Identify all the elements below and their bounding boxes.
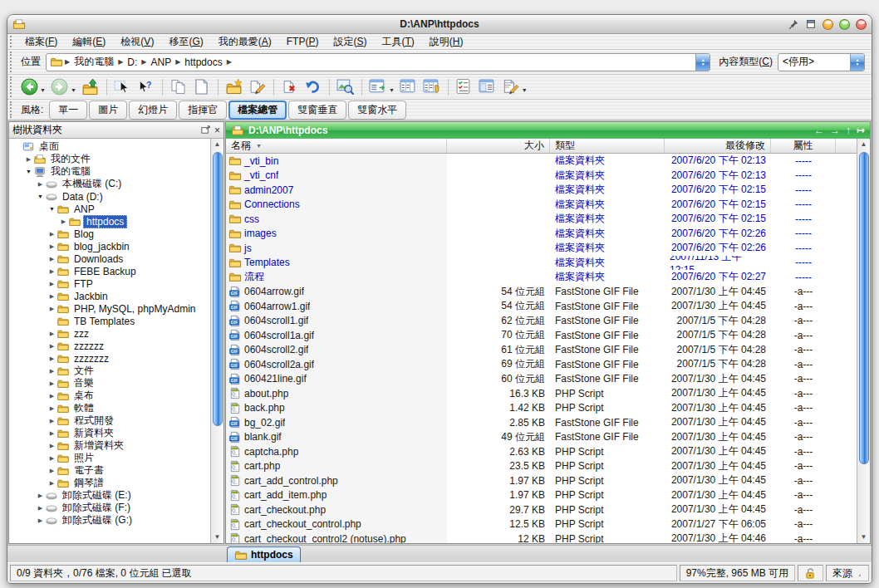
tree-item[interactable]: ▶Jackbin	[9, 290, 210, 302]
resize-grip-icon[interactable]	[852, 568, 862, 578]
maximize-button[interactable]	[839, 19, 850, 30]
tree-item[interactable]: ▶zzz	[9, 327, 210, 340]
tree-item[interactable]: ▶FTP	[9, 277, 210, 290]
file-row[interactable]: cart_checkout_control2 (notuse).php12 KB…	[226, 532, 857, 543]
tree-item[interactable]: ▶文件	[9, 365, 210, 377]
file-pane-header[interactable]: D:\ANP\httpdocs ← → ↑ ↦	[226, 122, 870, 139]
tree-expand-icon[interactable]: ▶	[47, 231, 56, 238]
file-scroll-up-icon[interactable]: ▲	[858, 139, 870, 150]
tree-expand-icon[interactable]: ▶	[36, 492, 45, 499]
edit-filter-button-dropdown-icon[interactable]: ▼	[522, 87, 528, 93]
file-row[interactable]: captcha.php2.63 KBPHP Script2007/1/30 上午…	[226, 444, 857, 459]
tree-item[interactable]: ▶卸除式磁碟 (E:)	[9, 489, 210, 502]
tree-expand-icon[interactable]: ▶	[47, 268, 56, 275]
menu-ftpp[interactable]: FTP(P)	[279, 36, 327, 47]
tree-item[interactable]: ▼ANP	[9, 203, 210, 215]
tree-expand-icon[interactable]: ▼	[36, 194, 45, 199]
pane-forward-icon[interactable]: →	[830, 125, 840, 136]
column-name[interactable]: 名稱▼	[226, 139, 447, 153]
tree-item[interactable]: ▶zzzzzz	[9, 340, 210, 352]
tree-item[interactable]: ▶電子書	[9, 464, 210, 477]
tree-expand-icon[interactable]: ▶	[47, 243, 56, 250]
tree-item[interactable]: ▶卸除式磁碟 (F:)	[9, 502, 210, 514]
menu-f[interactable]: 檔案(F)	[17, 35, 65, 49]
file-row[interactable]: 0604scroll1.gif62 位元組FastStone GIF File2…	[226, 314, 857, 329]
menu-grip[interactable]	[10, 36, 16, 47]
details2-view-button[interactable]	[421, 76, 443, 98]
tree-scrollbar[interactable]: ▲ ▼	[210, 139, 223, 543]
tree-item[interactable]: ▶桌布	[9, 390, 210, 402]
tree-item[interactable]: ▶httpdocs	[9, 215, 210, 228]
edit-filter-button[interactable]	[500, 76, 522, 98]
minimize-button[interactable]	[823, 19, 833, 30]
tree-expand-icon[interactable]: ▶	[47, 256, 56, 262]
back-button-dropdown-icon[interactable]: ▼	[40, 87, 46, 93]
file-row[interactable]: _vti_bin檔案資料夾2007/6/20 下午 02:13-----	[226, 154, 857, 169]
file-row[interactable]: about.php16.3 KBPHP Script2007/1/30 上午 0…	[226, 386, 857, 401]
column-size[interactable]: 大小	[447, 139, 550, 153]
details-view-button[interactable]	[398, 76, 420, 98]
tree-expand-icon[interactable]: ▶	[47, 418, 56, 424]
file-row[interactable]: cart_add_item.php1.97 KBPHP Script2007/1…	[226, 488, 857, 503]
tree-scroll-up-icon[interactable]: ▲	[212, 139, 223, 150]
tree-expand-icon[interactable]: ▼	[47, 206, 56, 212]
restore-window-icon[interactable]	[805, 18, 817, 30]
file-row[interactable]: 0604scroll2a.gif69 位元組FastStone GIF File…	[226, 357, 857, 372]
file-row[interactable]: 0604scroll2.gif61 位元組FastStone GIF File2…	[226, 343, 857, 358]
file-scrollbar[interactable]: ▲ ▼	[857, 139, 870, 543]
tree-item[interactable]: ▶我的文件	[9, 153, 210, 165]
stylebar-grip[interactable]	[10, 101, 16, 118]
tree-item[interactable]: ▶Blog	[9, 228, 210, 240]
file-row[interactable]: cart.php23.5 KBPHP Script2007/1/30 上午 04…	[226, 459, 857, 474]
new-folder-button[interactable]	[223, 76, 245, 98]
status-source[interactable]: 來源	[826, 565, 869, 581]
tree-expand-icon[interactable]: ▶	[59, 218, 68, 225]
tree-item[interactable]: ▶軟體	[9, 402, 210, 414]
menu-v[interactable]: 檢視(V)	[113, 35, 161, 49]
tree-expand-icon[interactable]: ▶	[47, 405, 56, 412]
column-modified[interactable]: 最後修改	[665, 139, 771, 153]
breadcrumb-segment[interactable]: 我的電腦	[71, 55, 116, 69]
tree-expand-icon[interactable]: ▶	[47, 331, 56, 337]
tree-item[interactable]: ▶Downloads	[9, 252, 210, 265]
tree-item[interactable]: ▶本機磁碟 (C:)	[9, 178, 210, 190]
file-row[interactable]: 流程檔案資料夾2007/6/20 下午 02:27-----	[226, 270, 857, 285]
file-row[interactable]: admin2007檔案資料夾2007/6/20 下午 02:15-----	[226, 183, 857, 198]
up-folder-button[interactable]	[80, 76, 101, 98]
address-grip[interactable]	[10, 51, 16, 72]
tree-expand-icon[interactable]: ▶	[47, 430, 56, 437]
pane-last-icon[interactable]: ↦	[857, 125, 865, 136]
tree-item[interactable]: ▶音樂	[9, 377, 210, 390]
back-button[interactable]	[18, 76, 40, 98]
view-mode-button[interactable]	[367, 76, 389, 98]
tree-expand-icon[interactable]: ▶	[47, 281, 56, 287]
tree-item[interactable]: ▶FEBE Backup	[9, 265, 210, 277]
menu-e[interactable]: 編輯(E)	[65, 35, 113, 49]
tree-item[interactable]: ▶zzzzzzz	[9, 352, 210, 365]
title-bar[interactable]: D:\ANP\httpdocs	[7, 15, 872, 34]
file-row[interactable]: blank.gif49 位元組FastStone GIF File2007/1/…	[226, 430, 857, 445]
tree-item[interactable]: ▶照片	[9, 452, 210, 464]
tree-scrollbar-thumb[interactable]	[213, 152, 223, 426]
file-scroll-down-icon[interactable]: ▼	[858, 532, 870, 543]
style-tab[interactable]: 檔案總管	[228, 100, 287, 120]
tree-expand-icon[interactable]: ▶	[47, 306, 56, 312]
tree-expand-icon[interactable]: ▶	[47, 480, 56, 487]
breadcrumb-segment[interactable]: ANP	[148, 56, 174, 68]
tree-expand-icon[interactable]: ▶	[47, 455, 56, 462]
view-mode-button-dropdown-icon[interactable]: ▼	[389, 87, 395, 93]
file-row[interactable]: cart_checkout.php29.7 KBPHP Script2007/1…	[226, 502, 857, 517]
file-row[interactable]: _vti_cnf檔案資料夾2007/6/20 下午 02:13-----	[226, 169, 857, 184]
file-row[interactable]: Connections檔案資料夾2007/6/20 下午 02:15-----	[226, 198, 857, 213]
forward-button[interactable]	[49, 76, 71, 98]
pin-icon[interactable]	[788, 18, 799, 30]
breadcrumb[interactable]: ▶我的電腦▶D:▶ANP▶httpdocs▶ ▲▼	[46, 53, 710, 71]
content-type-select[interactable]: <停用> ▲▼	[778, 53, 865, 71]
float-panel-icon[interactable]	[200, 125, 211, 135]
tree-item[interactable]: ▶PHP, MySQL, phpMyAdmin	[9, 302, 210, 315]
tree-expand-icon[interactable]: ▶	[36, 517, 45, 524]
file-row[interactable]: cart_checkout_control.php12.5 KBPHP Scri…	[226, 517, 857, 532]
forward-button-dropdown-icon[interactable]: ▼	[71, 87, 76, 93]
tree-item[interactable]: ▶鋼琴譜	[9, 477, 210, 489]
file-row[interactable]: Templates檔案資料夾2007/11/13 上午 12:15-----	[226, 256, 857, 271]
